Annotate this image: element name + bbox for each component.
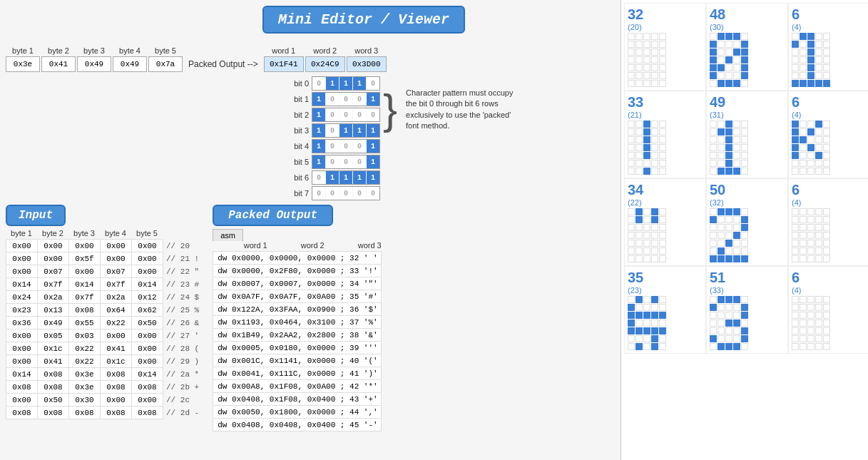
pixel-cell xyxy=(659,128,666,136)
pixel-cell xyxy=(651,232,658,239)
table-row: 0x240x2a0x7f0x2a0x12// 24 $ xyxy=(6,291,203,304)
pixel-cell xyxy=(741,41,748,48)
packed-output-label: Packed Output xyxy=(228,209,317,222)
word-output-2[interactable] xyxy=(305,56,345,72)
out-col-h3: word 3 xyxy=(341,241,398,250)
bit-row: bit 601111 xyxy=(284,170,380,185)
pixel-cell xyxy=(710,33,717,40)
bit-cell[interactable]: 0 xyxy=(326,124,339,137)
pixel-cell xyxy=(659,80,666,87)
table-cell: 0x08 xyxy=(38,381,69,394)
pixel-cell xyxy=(807,64,815,71)
bit-cell[interactable]: 0 xyxy=(326,155,339,168)
bit-cell[interactable]: 0 xyxy=(339,155,352,168)
pixel-cell xyxy=(628,160,635,167)
bit-cell[interactable]: 0 xyxy=(353,93,366,106)
pixel-cell xyxy=(741,296,748,303)
bit-cell[interactable]: 1 xyxy=(353,171,366,184)
pixel-cell xyxy=(800,136,807,143)
pixel-cell xyxy=(815,327,822,334)
bit-cell[interactable]: 1 xyxy=(326,77,339,90)
byte-input-2[interactable] xyxy=(41,56,76,72)
asm-tab[interactable]: asm xyxy=(213,229,243,241)
bit-cell[interactable]: 1 xyxy=(367,155,379,168)
bit-cells: 10001 xyxy=(312,155,380,169)
bit-cell[interactable]: 1 xyxy=(312,140,325,153)
pixel-cell xyxy=(710,304,717,311)
pixel-cell xyxy=(651,255,658,262)
bit-cell[interactable]: 1 xyxy=(367,171,379,184)
pixel-cell xyxy=(815,160,822,167)
table-cell: 0x00 xyxy=(132,329,163,342)
bit-cell[interactable]: 1 xyxy=(339,77,352,90)
bit-cell[interactable]: 1 xyxy=(353,124,366,137)
table-cell: 0x7f xyxy=(101,278,132,291)
pixel-cell xyxy=(823,128,830,136)
bit-cell[interactable]: 0 xyxy=(353,140,366,153)
word-output-1[interactable] xyxy=(264,56,304,72)
bit-cell[interactable]: 1 xyxy=(339,124,352,137)
pixel-cell xyxy=(792,240,799,247)
pixel-cell xyxy=(710,327,717,334)
bit-cell[interactable]: 1 xyxy=(312,93,325,106)
pixel-cell xyxy=(628,304,635,311)
pixel-cell xyxy=(659,152,666,159)
bit-cell[interactable]: 0 xyxy=(312,187,325,200)
byte-input-1[interactable] xyxy=(6,56,40,72)
bit-cell[interactable]: 0 xyxy=(339,108,352,121)
bit-cell[interactable]: 0 xyxy=(367,77,379,90)
pixel-cell xyxy=(823,56,830,63)
word-output-3[interactable] xyxy=(347,56,387,72)
pixel-cell xyxy=(815,33,822,40)
bit-cell[interactable]: 1 xyxy=(312,108,325,121)
bit-cell[interactable]: 0 xyxy=(326,140,339,153)
pixel-cell xyxy=(643,327,650,334)
bit-cell[interactable]: 1 xyxy=(339,171,352,184)
table-comment: // 27 ' xyxy=(163,329,203,342)
pixel-cell xyxy=(725,343,732,350)
table-cell: 0x00 xyxy=(132,342,163,355)
bit-cell[interactable]: 1 xyxy=(326,171,339,184)
bit-cell[interactable]: 0 xyxy=(326,93,339,106)
byte-input-4[interactable] xyxy=(113,56,147,72)
bit-cell[interactable]: 0 xyxy=(339,187,352,200)
byte-input-3[interactable] xyxy=(77,56,111,72)
pixel-cell xyxy=(635,296,643,303)
bit-cell[interactable]: 1 xyxy=(312,124,325,137)
bit-cell[interactable]: 0 xyxy=(312,77,325,90)
pixel-cell xyxy=(815,72,822,79)
bit-cell[interactable]: 1 xyxy=(367,124,379,137)
bit-cell[interactable]: 0 xyxy=(326,187,339,200)
bit-cell[interactable]: 1 xyxy=(367,93,379,106)
bit-cell[interactable]: 0 xyxy=(367,108,379,121)
pixel-cell xyxy=(800,128,807,136)
pixel-cell xyxy=(792,144,799,151)
table-comment: // 28 ( xyxy=(163,342,203,355)
pixel-cell xyxy=(651,327,658,334)
table-row: dw 0x0007, 0x0007, 0x0000 ; 34 '"' xyxy=(213,277,381,290)
byte-input-5[interactable] xyxy=(148,56,183,72)
pixel-cell xyxy=(725,304,732,311)
pixel-cell xyxy=(628,56,635,63)
bit-cell[interactable]: 0 xyxy=(353,155,366,168)
bit-cell[interactable]: 0 xyxy=(353,187,366,200)
pixel-cell xyxy=(710,64,717,71)
bit-cell[interactable]: 1 xyxy=(353,77,366,90)
bit-cell[interactable]: 1 xyxy=(312,155,325,168)
bit-cell[interactable]: 1 xyxy=(367,140,379,153)
bit-cell[interactable]: 0 xyxy=(353,108,366,121)
bit-cell[interactable]: 0 xyxy=(367,187,379,200)
table-cell: 0x62 xyxy=(132,304,163,317)
pixel-cell xyxy=(800,216,807,223)
table-cell: 0x00 xyxy=(38,252,69,265)
bit-cell[interactable]: 0 xyxy=(312,171,325,184)
pixel-cell xyxy=(628,48,635,56)
bit-cell[interactable]: 0 xyxy=(326,108,339,121)
bit-cell[interactable]: 0 xyxy=(339,93,352,106)
table-cell: 0x07 xyxy=(101,265,132,278)
pixel-cell xyxy=(725,56,732,63)
pixel-cell xyxy=(815,343,822,350)
pixel-cell xyxy=(651,343,658,350)
pixel-cell xyxy=(741,80,748,87)
bit-cell[interactable]: 0 xyxy=(339,140,352,153)
